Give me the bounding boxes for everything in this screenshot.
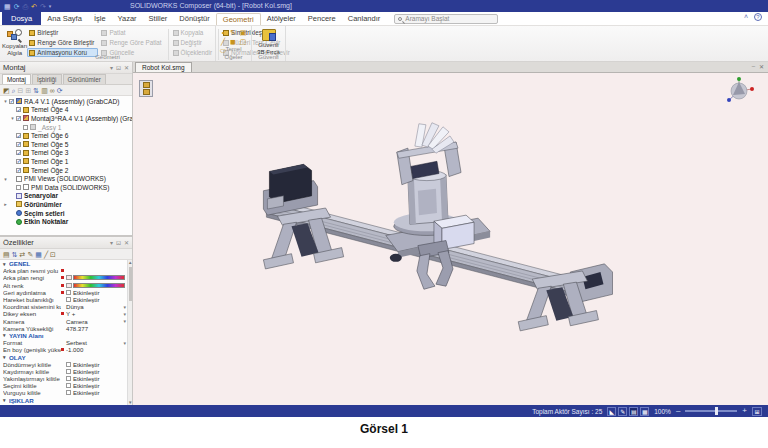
scroll-up-icon[interactable]: ▲ [128,260,132,265]
property-row-yak-nla-t-rmay-kilitle[interactable]: Yakınlaştırmayı kilitleEtkinleştir [0,375,132,382]
tab-stiller[interactable]: Stiller [143,13,174,24]
collapse-ribbon-icon[interactable]: ˄ [744,13,748,21]
close-icon[interactable]: ✕ [124,237,129,249]
property-value[interactable]: Camera [66,318,88,325]
scrollbar-thumb[interactable] [129,267,132,301]
tree-item-montaj3-ra-4-v-1-assembly-grabcad-1[interactable]: ▾Montaj3^RA.4 V.1 (Assembly) (GrabCAD)-1 [0,114,132,123]
property-row-kamera-y-ksekli-i[interactable]: Kamera Yüksekliği478.377 [0,325,132,332]
tab-pencere[interactable]: Pencere [302,13,342,24]
property-value[interactable]: Y + [66,310,75,317]
property-section-i-iklar[interactable]: ▾IŞIKLAR [0,397,132,404]
kopyala-button[interactable]: Kopyala [171,28,217,37]
renge-g-re-patlat-button[interactable]: Renge Göre Patlat [99,38,165,47]
de-i-tir-button[interactable]: Değiştir [171,38,217,47]
panel-menu-icon[interactable]: ▾ [110,237,113,249]
enable-checkbox[interactable] [66,297,71,302]
pin-icon[interactable]: ⊡ [116,237,121,249]
grid-mode-icon[interactable]: ▦ [640,407,649,416]
zoom-slider[interactable] [685,410,737,412]
expand-sections-icon[interactable]: ⇄ [20,250,26,259]
point-icon[interactable]: • [218,28,228,37]
edit-icon[interactable]: ✎ [27,250,33,259]
save-icon[interactable]: ▦ [4,3,11,10]
visibility-checkbox[interactable] [16,116,21,121]
tree-item-temel-e-5[interactable]: Temel Öğe 5 [0,140,132,149]
property-row-format[interactable]: FormatSerbest▾ [0,339,132,346]
property-row-arka-plan-resmi-yolu[interactable]: Arka plan resmi yolu [0,267,132,274]
enable-checkbox[interactable] [66,290,71,295]
color-swatch[interactable] [66,275,72,280]
collapse-tree-icon[interactable]: ⊟ [18,86,24,95]
enable-checkbox[interactable] [66,369,71,374]
print-icon[interactable]: ⎙ [23,3,29,10]
property-row-vurguyu-kilitle[interactable]: Vurguyu kilitleEtkinleştir [0,389,132,396]
enable-checkbox[interactable] [66,362,71,367]
redo-icon[interactable]: ↷ [40,3,46,10]
properties-scrollbar[interactable]: ▲ ▼ [127,260,132,405]
panel-menu-icon[interactable]: ▾ [110,62,113,74]
tab-ana-sayfa[interactable]: Ana Sayfa [41,13,88,24]
search-actor-icon[interactable]: ⌕ [12,86,16,95]
neutral-properties-icon[interactable]: ▦ [35,250,42,259]
property-value[interactable]: Dünya [66,303,84,310]
search-box[interactable]: Aramayı Başlat [394,14,498,24]
close-icon[interactable]: ✕ [124,62,129,74]
slash-icon[interactable]: ╱ [44,250,48,259]
visibility-checkbox[interactable] [16,133,21,138]
enable-checkbox[interactable] [66,383,71,388]
property-row-d-nd-rmeyi-kilitle[interactable]: Döndürmeyi kilitleEtkinleştir [0,361,132,368]
visibility-icon[interactable]: ◩ [3,86,10,95]
property-row-kamera[interactable]: KameraCamera▾ [0,318,132,325]
undo-icon[interactable]: ↶ [31,3,37,10]
expand-tree-icon[interactable]: ⊞ [25,86,31,95]
tree-item-temel-e-6[interactable]: Temel Öğe 6 [0,131,132,140]
tree-item-temel-e-3[interactable]: Temel Öğe 3 [0,149,132,158]
renge-g-re-birle-tir-button[interactable]: Renge Göre Birleştir [27,38,98,47]
property-row-hareket-bulan-kl[interactable]: Hareket bulanıklığıEtkinleştir [0,296,132,303]
visibility-checkbox[interactable] [16,150,21,155]
tab-d-n-t-r[interactable]: Dönüştür [173,13,215,24]
edit-mode-icon[interactable]: ✎ [618,407,627,416]
tree-item-temel-e-2[interactable]: Temel Öğe 2 [0,166,132,175]
pencil-icon[interactable]: ✎ [228,28,238,37]
tree-item-etkin-noktalar[interactable]: Etkin Noktalar [0,217,132,226]
birle-tir-button[interactable]: Birleştir [27,28,98,37]
sync-selection-icon[interactable]: ⟳ [57,86,63,95]
visibility-checkbox[interactable] [16,107,21,112]
tab-canland-r[interactable]: Canlandır [342,13,387,24]
tree-item-temel-e-1[interactable]: Temel Öğe 1 [0,157,132,166]
help-icon[interactable]: ? [754,13,762,21]
patlat-button[interactable]: Patlat [99,28,165,37]
tree-item-pmi-data-solidworks[interactable]: PMI Data (SOLIDWORKS) [0,183,132,192]
expander-icon[interactable]: ▾ [2,176,9,182]
visibility-checkbox[interactable] [16,142,21,147]
property-value[interactable]: Serbest [66,339,87,346]
alphabetical-icon[interactable]: ⇅ [12,250,18,259]
color-gradient-bar[interactable] [73,283,125,288]
panel-tab-i-birli-i[interactable]: İşbirliği [32,74,62,84]
property-row-geri-ayd-nlatma[interactable]: Geri aydınlatmaEtkinleştir [0,289,132,296]
chevron-down-icon[interactable]: ▾ [123,318,126,324]
tree-item-se-im-setleri[interactable]: Seçim setleri [0,209,132,218]
expander-icon[interactable]: ▾ [9,115,16,121]
property-row-kayd-rmay-kilitle[interactable]: Kaydırmayı kilitleEtkinleştir [0,368,132,375]
expander-icon[interactable]: ▾ [2,98,9,104]
tree-item-pmi-views-solidworks[interactable]: ▾PMI Views (SOLIDWORKS) [0,174,132,183]
box-icon[interactable]: ▣ [238,28,248,37]
sort-icon[interactable]: ⇅ [33,86,39,95]
zoom-out-button[interactable]: – [676,407,680,415]
panel-tab-montaj[interactable]: Montaj [2,74,31,84]
sync-icon[interactable]: ⟳ [14,3,20,10]
tab-geometri[interactable]: Geometri [216,13,261,25]
property-row-alt-renk[interactable]: Alt renk [0,282,132,289]
enable-checkbox[interactable] [66,376,71,381]
property-section-yayin-alan[interactable]: ▾YAYIN Alanı [0,332,132,339]
document-tab[interactable]: Robot Kol.smg [135,62,192,72]
chevron-down-icon[interactable]: ▾ [123,340,126,346]
visibility-checkbox[interactable] [9,99,14,104]
link-selection-icon[interactable]: ∞ [50,86,55,95]
visibility-checkbox[interactable] [23,125,28,130]
tab-at-lyeler[interactable]: Atölyeler [261,13,302,24]
property-section-olay[interactable]: ▾OLAY [0,353,132,360]
panel-tab-g-r-n-mler[interactable]: Görünümler [63,74,106,84]
